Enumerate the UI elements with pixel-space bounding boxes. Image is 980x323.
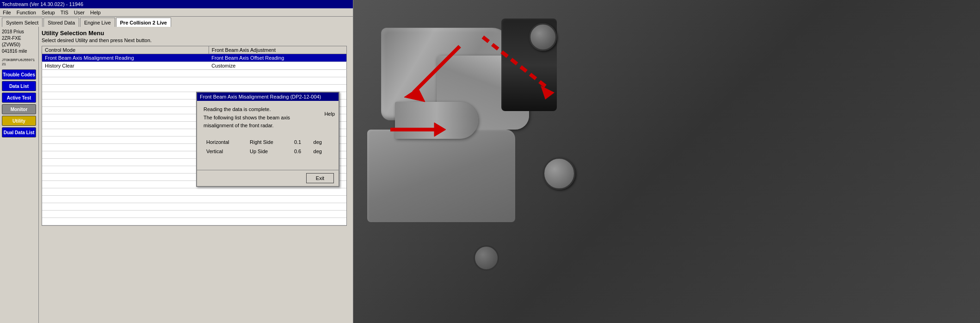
table-row[interactable]: History Clear Customize	[42, 62, 347, 70]
left-sidebar: 2018 Prius 2ZR-FXE (ZVW50) 041816 mile J…	[0, 27, 39, 323]
reading-value-0: 0.1	[291, 137, 311, 147]
table-line	[42, 70, 346, 77]
row1-col1: Front Beam Axis Misalignment Reading	[42, 54, 209, 62]
modal-help-button[interactable]: Help	[324, 111, 335, 117]
utility-table: Control Mode Front Beam Axis Adjustment …	[42, 46, 347, 70]
menu-user[interactable]: User	[74, 10, 85, 15]
menu-setup[interactable]: Setup	[42, 10, 55, 15]
reading-axis-1: Vertical	[203, 147, 247, 156]
mechanical-background	[353, 0, 980, 323]
photo-area	[353, 0, 980, 323]
modal-text-line2: The following list shows the beam axis	[203, 114, 332, 122]
modal-body: Reading the data is complete. The follow…	[197, 101, 339, 170]
reading-unit-0: deg	[311, 137, 332, 147]
reading-side-1: Up Side	[247, 147, 291, 156]
tab-system-select[interactable]: System Select	[2, 18, 43, 27]
title-bar: Techstream (Ver 14.30.022) - 11946	[0, 0, 353, 8]
modal-footer: Exit	[197, 170, 339, 186]
monitor-button[interactable]: Monitor	[2, 104, 36, 114]
modal-title: Front Beam Axis Misalignment Reading (DP…	[200, 94, 321, 99]
modal-content: Help Reading the data is complete. The f…	[197, 101, 339, 186]
table-line	[42, 196, 346, 203]
exit-button[interactable]: Exit	[306, 173, 334, 183]
active-test-button[interactable]: Active Test	[2, 93, 36, 103]
main-content: 2018 Prius 2ZR-FXE (ZVW50) 041816 mile J…	[0, 27, 353, 323]
table-line	[42, 211, 346, 218]
content-area: Utility Selection Menu Select desired Ut…	[39, 27, 353, 323]
table-line	[42, 218, 346, 225]
left-panel: Techstream (Ver 14.30.022) - 11946 File …	[0, 0, 353, 323]
modal-text-line3: misalignment of the front radar.	[203, 122, 332, 130]
tab-stored-data[interactable]: Stored Data	[43, 18, 79, 27]
app-title: Techstream (Ver 14.30.022) - 11946	[2, 1, 83, 7]
bolt-2	[543, 157, 575, 190]
row2-col2: Customize	[209, 62, 346, 70]
tab-engine-live[interactable]: Engine Live	[80, 18, 115, 27]
modal-titlebar: Front Beam Axis Misalignment Reading (DP…	[197, 93, 339, 101]
row1-col2: Front Beam Axis Offset Reading	[209, 54, 346, 62]
table-line	[42, 203, 346, 211]
reading-row-horizontal: Horizontal Right Side 0.1 deg	[203, 137, 332, 147]
menu-tis[interactable]: TIS	[61, 10, 68, 15]
modal-text-line1: Reading the data is complete.	[203, 106, 332, 114]
metal-piece-3	[367, 130, 515, 222]
menu-function[interactable]: Function	[17, 10, 36, 15]
menu-bar: File Function Setup TIS User Help	[0, 8, 353, 17]
right-panel	[353, 0, 980, 323]
menu-help[interactable]: Help	[90, 10, 101, 15]
car-info: 2018 Prius 2ZR-FXE (ZVW50) 041816 mile	[2, 29, 37, 55]
reading-row-vertical: Vertical Up Side 0.6 deg	[203, 147, 332, 156]
reading-side-0: Right Side	[247, 137, 291, 147]
reading-unit-1: deg	[311, 147, 332, 156]
modal-reading-message: Reading the data is complete. The follow…	[203, 106, 332, 130]
dual-data-list-button[interactable]: Dual Data List	[2, 127, 36, 137]
reading-value-1: 0.6	[291, 147, 311, 156]
utility-button[interactable]: Utility	[2, 116, 36, 126]
menu-file[interactable]: File	[3, 10, 11, 15]
col-header-control-mode: Control Mode	[42, 46, 209, 54]
table-line	[42, 85, 346, 92]
car-vin: JT0KBRFU6J5597121	[2, 58, 37, 66]
table-row[interactable]: Front Beam Axis Misalignment Reading Fro…	[42, 54, 347, 62]
col-header-adjustment: Front Beam Axis Adjustment	[209, 46, 346, 54]
trouble-codes-button[interactable]: Trouble Codes	[2, 69, 36, 80]
table-line	[42, 77, 346, 85]
reading-axis-0: Horizontal	[203, 137, 247, 147]
readings-table: Horizontal Right Side 0.1 deg Vertical U…	[203, 137, 332, 156]
bolt-1	[529, 23, 557, 51]
car-mileage: 041816 mile	[2, 48, 37, 55]
row2-col1: History Clear	[42, 62, 209, 70]
bolt-3	[474, 245, 499, 271]
tab-pre-collision[interactable]: Pre Collision 2 Live	[116, 18, 171, 27]
car-model: 2018 Prius	[2, 29, 37, 35]
tab-bar: System Select Stored Data Engine Live Pr…	[0, 17, 353, 27]
table-line	[42, 188, 346, 196]
connector	[395, 102, 478, 139]
modal-dialog: Front Beam Axis Misalignment Reading (DP…	[196, 92, 339, 187]
utility-subtitle: Select desired Utility and then press Ne…	[42, 37, 350, 43]
data-list-button[interactable]: Data List	[2, 81, 36, 91]
car-engine: 2ZR-FXE (ZVW50)	[2, 35, 37, 48]
utility-title: Utility Selection Menu	[42, 30, 350, 37]
